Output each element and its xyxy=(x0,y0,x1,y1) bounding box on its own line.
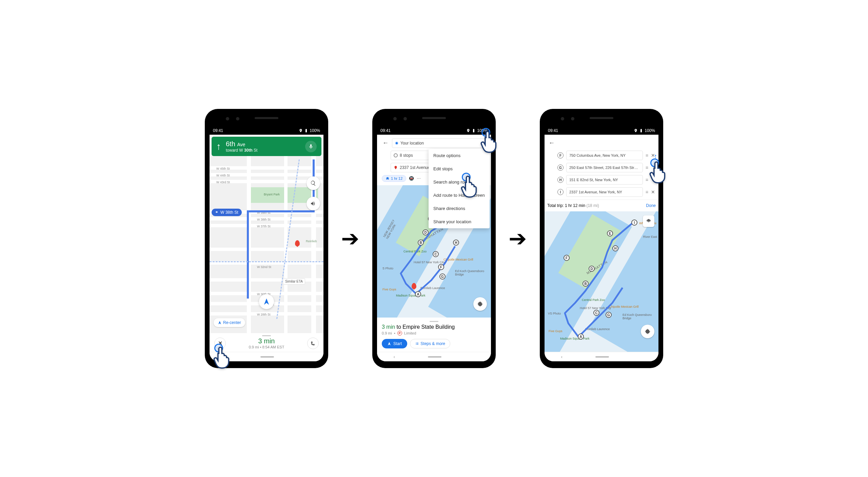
status-right: 100% xyxy=(299,128,320,133)
drive-mode-chip[interactable]: 1 hr 12 xyxy=(382,175,406,182)
screen-1: 09:41 100% ↑ 6th Ave toward W 30th St xyxy=(210,127,323,361)
layers-icon xyxy=(646,218,651,224)
screen-3: 09:41 100% ← F750 Columbus Ave, New York… xyxy=(545,127,658,361)
phone-frame-1: 09:41 100% ↑ 6th Ave toward W 30th St xyxy=(205,110,328,367)
status-bar: 09:41 100% xyxy=(210,127,323,135)
route-preview-sheet[interactable]: 3 min to Empire State Building 0.9 mi • … xyxy=(377,318,491,352)
stop-letter-badge: I xyxy=(557,189,564,195)
menu-edit-stops[interactable]: Edit stops xyxy=(429,162,490,175)
waypoint-g[interactable]: G xyxy=(606,312,612,318)
stop-row: F750 Columbus Ave, New York, NY≡✕ xyxy=(547,149,656,161)
home-nav[interactable] xyxy=(260,356,274,358)
menu-share-location[interactable]: Share your location xyxy=(429,215,490,228)
layers-button[interactable] xyxy=(643,215,654,227)
stop-address-field[interactable]: 250 East 57th Street, 226 East 57th Stre… xyxy=(566,163,643,172)
phone-frame-3: 09:41 100% ← F750 Columbus Ave, New York… xyxy=(540,110,663,367)
directions-header: ← Your location ⋮ 8 stops xyxy=(377,135,491,185)
nav-bottom-sheet[interactable]: ✕ 3 min 0.9 mi • 8:54 AM EST xyxy=(210,333,323,352)
route-callout-pill[interactable]: W 38th St xyxy=(212,209,242,216)
waypoint-h[interactable]: H xyxy=(453,240,459,246)
recenter-button[interactable]: Re-center xyxy=(214,318,245,327)
close-nav-button[interactable]: ✕ xyxy=(214,338,226,349)
status-time: 09:41 xyxy=(213,128,223,133)
my-location-fab[interactable] xyxy=(641,325,654,338)
drag-handle-icon[interactable]: ≡ xyxy=(646,165,648,170)
back-button[interactable]: ← xyxy=(547,138,556,148)
search-fab[interactable] xyxy=(307,176,320,190)
sound-fab[interactable] xyxy=(307,197,320,210)
car-icon xyxy=(386,176,390,180)
eta-sub: 0.9 mi • 8:54 AM EST xyxy=(226,345,307,349)
flow-arrow-1: ➔ xyxy=(341,226,359,251)
nav-arrow-icon xyxy=(387,342,391,346)
battery-icon xyxy=(304,129,308,133)
trip-summary-text: Total trip: 1 hr 12 min (18 mi) xyxy=(547,203,599,208)
list-icon xyxy=(415,342,419,346)
menu-add-home[interactable]: Add route to Home screen xyxy=(429,189,490,202)
battery-icon xyxy=(639,129,643,133)
more-modes[interactable]: ⋯ xyxy=(417,176,421,181)
waypoint-d[interactable]: D xyxy=(422,229,429,235)
route-polyline xyxy=(545,211,658,347)
nav-cursor-icon xyxy=(263,298,270,305)
alt-routes-button[interactable] xyxy=(307,338,319,349)
remove-stop-button[interactable]: ✕ xyxy=(650,189,656,195)
stop-address-field[interactable]: 750 Columbus Ave, New York, NY xyxy=(566,151,643,160)
waypoint-h[interactable]: H xyxy=(612,245,618,251)
from-field[interactable]: Your location xyxy=(392,138,487,148)
waypoint-a[interactable]: A xyxy=(578,333,584,340)
menu-search-along[interactable]: Search along route xyxy=(429,175,490,189)
drag-handle-icon[interactable]: ≡ xyxy=(646,153,648,158)
stop-address-field[interactable]: 2337 1st Avenue, New York, NY xyxy=(566,187,643,197)
destination-pin[interactable] xyxy=(294,240,300,249)
waypoint-a[interactable]: A xyxy=(415,291,421,297)
nav-direction-text: 6th Ave toward W 30th St xyxy=(226,140,257,153)
done-button[interactable]: Done xyxy=(646,203,656,208)
crosshair-icon xyxy=(645,328,651,335)
mic-button[interactable] xyxy=(305,141,317,152)
waypoint-d[interactable]: D xyxy=(589,266,595,272)
waypoint-b[interactable]: B xyxy=(418,240,424,246)
transit-mode[interactable]: 🚇 xyxy=(409,176,414,181)
back-nav[interactable]: ‹ xyxy=(226,355,228,359)
battery-icon xyxy=(472,129,476,133)
waypoint-b[interactable]: B xyxy=(583,281,589,287)
menu-route-options[interactable]: Route options xyxy=(429,149,490,162)
remove-stop-button[interactable]: ✕ xyxy=(650,153,656,158)
waypoint-e[interactable]: E xyxy=(607,230,613,236)
my-location-fab[interactable] xyxy=(473,297,487,311)
waypoint-g[interactable]: G xyxy=(439,273,446,280)
status-bar: 09:41 100% xyxy=(545,127,658,135)
start-nav-button[interactable]: Start xyxy=(382,339,407,348)
straight-arrow-icon: ↑ xyxy=(216,141,221,152)
menu-share-directions[interactable]: Share directions xyxy=(429,202,490,215)
back-button[interactable]: ← xyxy=(381,138,390,148)
drag-handle-icon[interactable]: ≡ xyxy=(646,177,648,183)
waypoint-f[interactable]: F xyxy=(438,264,444,270)
routes-icon xyxy=(310,341,316,346)
current-location-arrow xyxy=(259,294,274,309)
map-view-3[interactable]: MANHATTAN White Castle River East Centra… xyxy=(545,211,658,352)
location-icon xyxy=(466,129,470,133)
waypoint-c[interactable]: C xyxy=(433,251,439,257)
overflow-menu-button[interactable]: ⋮ xyxy=(482,138,488,145)
waypoint-c[interactable]: C xyxy=(593,310,599,316)
drag-handle-icon[interactable]: ≡ xyxy=(646,189,648,195)
status-battery: 100% xyxy=(310,128,320,133)
android-navbar: ‹ xyxy=(210,352,323,361)
sheet-handle[interactable] xyxy=(430,321,438,322)
stop-address-field[interactable]: 151 E 82nd St, New York, NY xyxy=(566,175,643,185)
nav-direction-banner[interactable]: ↑ 6th Ave toward W 30th St xyxy=(212,137,321,156)
stop-row: H151 E 82nd St, New York, NY≡ xyxy=(547,174,656,186)
origin-dot-icon xyxy=(395,141,398,145)
steps-more-button[interactable]: Steps & more xyxy=(410,339,450,348)
waypoint-dot-icon xyxy=(394,153,398,157)
stop-row: G250 East 57th Street, 226 East 57th Str… xyxy=(547,161,656,174)
trip-summary-bar: Total trip: 1 hr 12 min (18 mi) Done xyxy=(545,199,658,211)
location-icon xyxy=(299,129,303,133)
phone-frame-2: 09:41 100% ← Your location ⋮ xyxy=(373,110,495,367)
waypoint-f[interactable]: F xyxy=(564,255,570,261)
similar-eta-label: Similar ETA xyxy=(283,278,305,285)
waypoint-i[interactable]: I xyxy=(631,220,637,226)
sheet-handle[interactable] xyxy=(262,335,271,336)
